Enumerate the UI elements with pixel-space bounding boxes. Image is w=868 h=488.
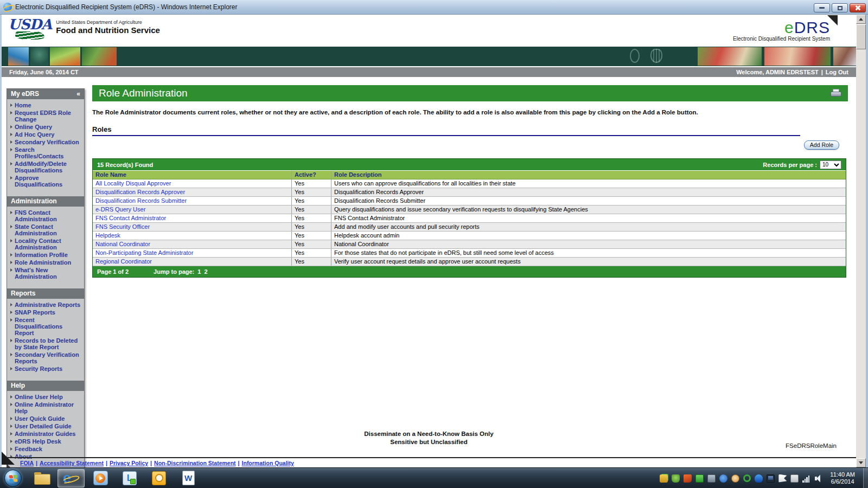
page-link-2[interactable]: 2 (204, 268, 207, 275)
records-per-page-select[interactable]: 10 (820, 160, 841, 169)
footer-link-nondiscrimination[interactable]: Non-Discrimination Statement (154, 460, 236, 466)
sidebar-link[interactable]: Secondary Verification Reports (15, 351, 82, 364)
sidebar-link[interactable]: Approve Disqualifications (15, 175, 82, 188)
sidebar-item-online-query[interactable]: Online Query (10, 124, 82, 130)
sidebar-item-online-user-help[interactable]: Online User Help (10, 394, 82, 400)
footer-link-foia[interactable]: FOIA (20, 460, 34, 466)
sidebar-link[interactable]: Secondary Verification (15, 139, 79, 145)
collapse-sidebar-icon[interactable]: « (76, 90, 80, 98)
sidebar-item-request-role-change[interactable]: Request EDRS Role Change (10, 110, 82, 123)
signal-strength-icon[interactable] (802, 474, 811, 483)
maximize-button[interactable] (832, 3, 848, 12)
start-button[interactable] (4, 470, 22, 487)
taskbar-windows-explorer-button[interactable] (28, 469, 55, 487)
sidebar-link[interactable]: Online Query (15, 124, 52, 130)
sidebar-item-fns-contact-admin[interactable]: FNS Contact Administration (10, 209, 82, 222)
sidebar-item-state-contact-admin[interactable]: State Contact Administration (10, 223, 82, 236)
sidebar-item-user-quick-guide[interactable]: User Quick Guide (10, 415, 82, 422)
sidebar-link[interactable]: State Contact Administration (15, 223, 82, 236)
footer-link-privacy[interactable]: Privacy Policy (110, 460, 148, 466)
sidebar-link[interactable]: Recent Disqualifications Report (15, 317, 82, 336)
sidebar-item-secondary-verification[interactable]: Secondary Verification (10, 139, 82, 145)
sidebar-link[interactable]: Security Reports (15, 365, 62, 372)
clipboard-icon[interactable] (790, 474, 799, 483)
role-name-link[interactable]: FNS Security Officer (95, 223, 150, 230)
sidebar-link[interactable]: About (15, 453, 32, 460)
scrollbar-thumb[interactable] (856, 24, 866, 49)
sidebar-item-information-profile[interactable]: Information Profile (10, 252, 82, 258)
sidebar-item-ad-hoc-query[interactable]: Ad Hoc Query (10, 131, 82, 138)
sidebar-item-search-profiles[interactable]: Search Profiles/Contacts (10, 146, 82, 159)
language-flag-icon[interactable] (778, 474, 787, 483)
role-name-link[interactable]: National Coordinator (95, 241, 150, 247)
sidebar-item-records-to-be-deleted[interactable]: Records to be Deleted by State Report (10, 337, 82, 350)
sidebar-item-locality-contact-admin[interactable]: Locality Contact Administration (10, 237, 82, 251)
print-icon[interactable] (831, 89, 841, 98)
sidebar-item-role-administration[interactable]: Role Administration (10, 259, 82, 266)
taskbar-media-player-button[interactable] (87, 469, 114, 487)
sidebar-link[interactable]: Request EDRS Role Change (15, 110, 82, 123)
sidebar-link[interactable]: Feedback (15, 446, 42, 452)
sidebar-link[interactable]: Ad Hoc Query (15, 131, 54, 138)
sidebar-link[interactable]: Online User Help (15, 394, 63, 400)
sidebar-link[interactable]: Records to be Deleted by State Report (15, 337, 82, 350)
footer-link-accessibility[interactable]: Accessibility Statement (40, 460, 104, 466)
bluetooth-icon[interactable] (755, 474, 763, 483)
vertical-scrollbar[interactable] (856, 15, 866, 467)
sidebar-item-online-admin-help[interactable]: Online Administrator Help (10, 401, 82, 414)
taskbar-word-button[interactable]: W (175, 469, 202, 487)
sync-arrows-icon[interactable] (743, 474, 751, 482)
sidebar-item-security-reports[interactable]: Security Reports (10, 365, 82, 372)
taskbar-lync-button[interactable]: L (116, 469, 143, 487)
logout-link[interactable]: Log Out (826, 69, 848, 75)
network-lock-icon[interactable] (660, 474, 668, 483)
sidebar-link[interactable]: FNS Contact Administration (15, 209, 82, 222)
sidebar-item-about[interactable]: About (10, 453, 82, 460)
sidebar-item-whats-new-admin[interactable]: What's New Administration (10, 267, 82, 280)
sidebar-item-recent-disqualifications-report[interactable]: Recent Disqualifications Report (10, 317, 82, 336)
sidebar-item-home[interactable]: Home (10, 102, 82, 108)
sidebar-link[interactable]: Home (15, 102, 31, 108)
sidebar-link[interactable]: Locality Contact Administration (15, 237, 82, 251)
sidebar-item-snap-reports[interactable]: SNAP Reports (10, 309, 82, 316)
page-link-1[interactable]: 1 (197, 268, 201, 275)
sidebar-link[interactable]: Online Administrator Help (15, 401, 82, 414)
teamviewer-icon[interactable] (719, 474, 727, 483)
sidebar-link[interactable]: SNAP Reports (15, 309, 55, 316)
add-role-button[interactable]: Add Role (804, 140, 839, 150)
taskbar-internet-explorer-button[interactable]: e (58, 469, 85, 487)
sidebar-item-secondary-verification-reports[interactable]: Secondary Verification Reports (10, 351, 82, 364)
close-button[interactable] (850, 3, 866, 12)
sidebar-item-feedback[interactable]: Feedback (10, 446, 82, 452)
sidebar-link[interactable]: Information Profile (15, 252, 68, 258)
taskbar-clock[interactable]: 11:40 AM 6/6/2014 (830, 471, 863, 485)
volume-icon[interactable] (815, 474, 823, 483)
display-settings-icon[interactable] (767, 474, 775, 483)
role-name-link[interactable]: Helpdesk (95, 232, 120, 239)
show-desktop-button[interactable] (863, 468, 868, 488)
sidebar-link[interactable]: Add/Modify/Delete Disqualifications (15, 160, 82, 174)
java-icon[interactable] (684, 474, 692, 483)
taskbar-outlook-button[interactable] (145, 469, 173, 487)
role-name-link[interactable]: e-DRS Query User (95, 206, 145, 213)
sidebar-item-administrative-reports[interactable]: Administrative Reports (10, 301, 82, 308)
footer-link-information-quality[interactable]: Information Quality (242, 460, 294, 466)
minimize-button[interactable] (814, 3, 830, 12)
sidebar-link[interactable]: User Quick Guide (15, 415, 65, 422)
anti-spyware-icon[interactable] (695, 474, 704, 483)
antivirus-shield-icon[interactable] (672, 474, 680, 483)
scroll-up-button[interactable] (856, 15, 866, 24)
role-name-link[interactable]: Non-Participating State Administrator (95, 249, 193, 256)
sidebar-link[interactable]: Role Administration (15, 259, 71, 266)
sidebar-item-approve-disqualifications[interactable]: Approve Disqualifications (10, 175, 82, 188)
role-name-link[interactable]: Regional Coordinator (95, 258, 152, 265)
role-name-link[interactable]: All Locality Disqual Approver (95, 180, 171, 187)
sidebar-link[interactable]: Administrative Reports (15, 301, 80, 308)
sidebar-link[interactable]: Search Profiles/Contacts (15, 146, 82, 159)
sidebar-link[interactable]: What's New Administration (15, 267, 82, 280)
sync-clock-icon[interactable] (731, 474, 739, 483)
sidebar-link[interactable]: User Detailed Guide (15, 423, 72, 429)
role-name-link[interactable]: FNS Contact Administrator (95, 215, 166, 221)
role-name-link[interactable]: Disqualification Records Submitter (95, 197, 187, 204)
role-name-link[interactable]: Disqualification Records Approver (95, 189, 185, 195)
